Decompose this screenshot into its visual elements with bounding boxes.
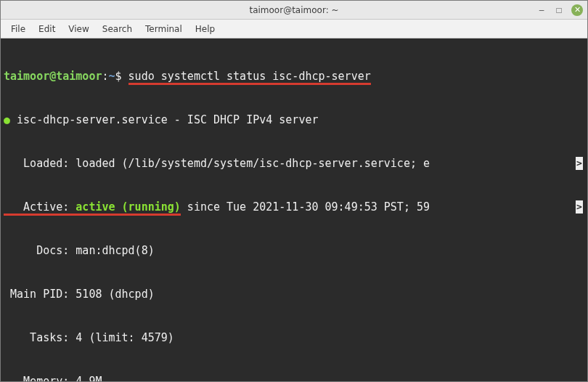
menu-search[interactable]: Search	[97, 22, 138, 36]
close-button[interactable]: ✕	[571, 4, 583, 16]
prompt-line: taimoor@taimoor:~$ sudo systemctl status…	[4, 69, 584, 84]
window-controls: – □ ✕	[536, 1, 583, 19]
pager-more-icon[interactable]: >	[576, 200, 583, 214]
pager-more-icon[interactable]: >	[576, 157, 583, 170]
status-active-label: Active:	[4, 200, 75, 216]
status-docs-line: Docs: man:dhcpd(8)	[4, 243, 584, 258]
prompt-dollar: $	[115, 70, 128, 83]
status-active-value: active (running)	[75, 200, 181, 216]
terminal-output[interactable]: taimoor@taimoor:~$ sudo systemctl status…	[1, 38, 587, 381]
prompt-userhost: taimoor@taimoor	[4, 70, 102, 83]
titlebar: taimoor@taimoor: ~ – □ ✕	[1, 1, 587, 20]
status-memory: Memory: 4.9M	[4, 375, 102, 381]
prompt-path: ~	[109, 70, 115, 83]
prompt-colon: :	[102, 70, 108, 83]
status-bullet-icon: ●	[4, 113, 10, 126]
maximize-button[interactable]: □	[554, 5, 564, 15]
status-mainpid: Main PID: 5108 (dhcpd)	[4, 288, 155, 301]
status-tasks: Tasks: 4 (limit: 4579)	[4, 331, 174, 344]
terminal-window: taimoor@taimoor: ~ – □ ✕ File Edit View …	[0, 0, 588, 382]
command-text: sudo systemctl status isc-dhcp-server	[128, 70, 371, 85]
minimize-button[interactable]: –	[536, 5, 547, 15]
status-mainpid-line: Main PID: 5108 (dhcpd)	[4, 287, 584, 301]
menu-help[interactable]: Help	[189, 22, 221, 36]
status-loaded-label: Loaded:	[4, 157, 75, 170]
status-active-rest: since Tue 2021-11-30 09:49:53 PST; 59	[181, 200, 430, 214]
status-unit-line: ● isc-dhcp-server.service - ISC DHCP IPv…	[4, 113, 584, 127]
status-tasks-line: Tasks: 4 (limit: 4579)	[4, 330, 584, 345]
menu-file[interactable]: File	[5, 22, 31, 36]
menu-terminal[interactable]: Terminal	[139, 22, 188, 36]
status-loaded-value: loaded (/lib/systemd/system/isc-dhcp-ser…	[75, 157, 430, 170]
status-memory-line: Memory: 4.9M	[4, 374, 584, 381]
status-loaded-line: Loaded: loaded (/lib/systemd/system/isc-…	[4, 156, 584, 171]
status-unit: isc-dhcp-server.service - ISC DHCP IPv4 …	[10, 113, 318, 126]
menu-view[interactable]: View	[62, 22, 94, 36]
menubar: File Edit View Search Terminal Help	[1, 20, 587, 38]
status-docs: Docs: man:dhcpd(8)	[4, 244, 155, 257]
status-active-line: Active: active (running) since Tue 2021-…	[4, 200, 584, 214]
menu-edit[interactable]: Edit	[33, 22, 61, 36]
window-title: taimoor@taimoor: ~	[249, 5, 338, 15]
